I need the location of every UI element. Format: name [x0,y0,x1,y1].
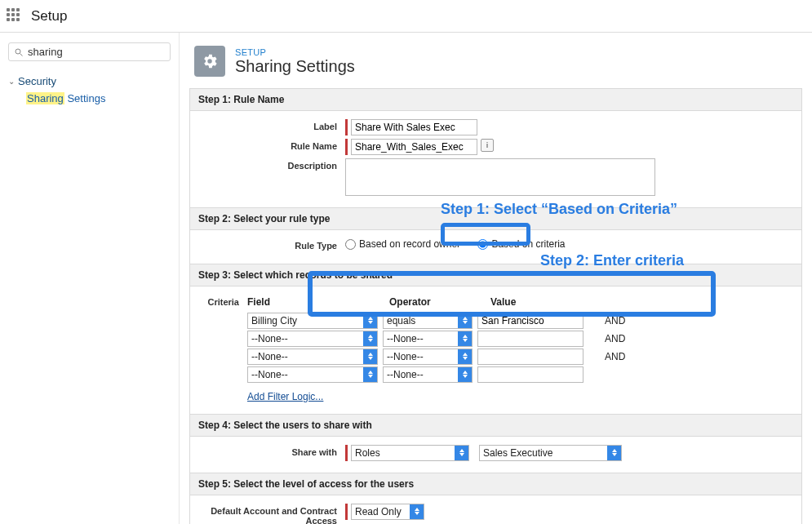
criteria-row: --None----None--AND [247,331,793,347]
dropdown-arrows-icon [363,367,377,382]
quickfind-search[interactable] [8,42,171,61]
acct-access-value: Read Only [355,506,402,517]
dropdown-arrows-icon [455,446,468,460]
step2-header: Step 2: Select your rule type [190,207,801,230]
radio-owner[interactable]: Based on record owner [345,238,460,250]
criteria-field-select[interactable]: --None-- [247,349,378,365]
gear-icon [194,46,225,77]
dropdown-arrows-icon [363,349,377,364]
step1-header: Step 1: Rule Name [190,89,801,111]
criteria-field-value: Billing City [251,315,297,326]
criteria-label: Criteria [198,295,247,307]
col-value: Value [490,296,605,308]
form-area: Step 1: Rule Name Label Rule Name i Desc… [189,88,802,524]
add-filter-logic-link[interactable]: Add Filter Logic... [247,391,323,402]
dropdown-arrows-icon [458,313,472,328]
sharewith-category-value: Roles [355,447,380,459]
app-title: Setup [31,8,67,24]
dropdown-arrows-icon [410,504,424,519]
sharewith-category-select[interactable]: Roles [351,445,469,461]
page-header: SETUP Sharing Settings [180,33,812,88]
acct-access-select[interactable]: Read Only [351,504,424,520]
radio-criteria-label: Based on criteria [491,238,565,250]
criteria-operator-select[interactable]: equals [383,313,473,329]
criteria-operator-value: equals [387,315,415,326]
label-input[interactable] [351,119,477,135]
radio-owner-label: Based on record owner [359,238,460,250]
rulename-label: Rule Name [198,139,345,151]
tree-label-highlight: Sharing [26,92,64,104]
topbar: Setup [0,0,812,33]
sharewith-label: Share with [198,445,345,457]
tree-label-rest: Settings [64,92,106,104]
criteria-field-select[interactable]: Billing City [247,313,378,329]
criteria-field-value: --None-- [251,351,288,362]
dropdown-arrows-icon [458,367,472,382]
search-icon [14,47,24,58]
main-panel: SETUP Sharing Settings Step 1: Rule Name… [180,33,812,524]
tree-label: Security [18,75,56,87]
dropdown-arrows-icon [363,313,377,328]
criteria-and-label: AND [605,315,625,326]
chevron-down-icon: ⌄ [8,77,15,86]
sharewith-value: Sales Executive [483,447,552,459]
tree-node-security[interactable]: ⌄ Security [8,73,171,90]
criteria-row: Billing CityequalsAND [247,313,793,329]
info-icon[interactable]: i [481,139,494,152]
dropdown-arrows-icon [458,331,472,346]
label-label: Label [198,119,345,131]
sharewith-value-select[interactable]: Sales Executive [479,445,622,461]
dropdown-arrows-icon [607,446,621,460]
criteria-value-input[interactable] [477,349,583,365]
criteria-field-select[interactable]: --None-- [247,366,378,383]
criteria-value-input[interactable] [477,366,583,383]
criteria-operator-select[interactable]: --None-- [383,331,473,347]
criteria-value-input[interactable] [477,331,583,347]
svg-point-0 [16,49,20,54]
rulename-input[interactable] [351,139,477,155]
criteria-operator-value: --None-- [387,351,424,362]
description-label: Description [198,158,345,171]
step3-header: Step 3: Select which records to be share… [190,264,801,286]
app-launcher-icon[interactable] [7,8,23,24]
criteria-operator-select[interactable]: --None-- [383,349,473,365]
setup-sidebar: ⌄ Security Sharing Settings [0,33,180,524]
criteria-value-input[interactable] [477,313,583,329]
criteria-field-select[interactable]: --None-- [247,331,378,347]
criteria-operator-select[interactable]: --None-- [383,366,473,383]
criteria-and-label: AND [605,333,625,344]
tree-node-sharing-settings[interactable]: Sharing Settings [26,90,171,107]
dropdown-arrows-icon [363,331,377,346]
col-operator: Operator [389,296,486,308]
svg-line-1 [20,53,23,56]
criteria-and-label: AND [605,351,625,362]
page-eyebrow: SETUP [235,47,355,57]
criteria-row: --None----None-- [247,366,793,383]
step4-header: Step 4: Select the users to share with [190,414,801,437]
page-title: Sharing Settings [235,57,355,76]
step5-header: Step 5: Select the level of access for t… [190,473,801,495]
col-field: Field [247,296,384,308]
acct-access-label: Default Account and Contract Access [198,504,345,525]
radio-criteria[interactable]: Based on criteria [477,238,565,250]
quickfind-input[interactable] [28,46,165,58]
criteria-row: --None----None--AND [247,349,793,365]
criteria-operator-value: --None-- [387,333,424,344]
criteria-header-row: Field Operator Value [247,295,793,311]
criteria-field-value: --None-- [251,333,288,344]
criteria-operator-value: --None-- [387,369,424,380]
criteria-field-value: --None-- [251,369,288,380]
dropdown-arrows-icon [458,349,472,364]
ruletype-label: Rule Type [198,238,345,251]
description-input[interactable] [345,158,655,196]
